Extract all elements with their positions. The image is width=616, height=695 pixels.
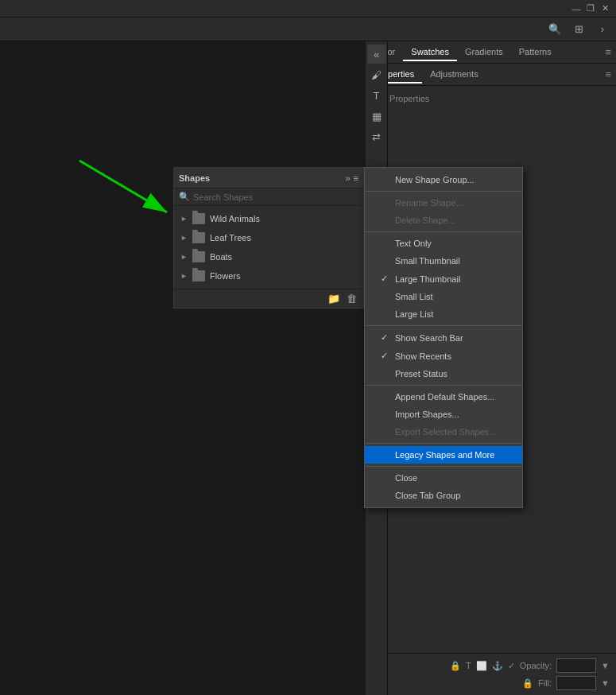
ctx-close[interactable]: Close bbox=[365, 469, 522, 487]
ctx-import-shapes[interactable]: Import Shapes... bbox=[365, 406, 522, 423]
separator bbox=[365, 466, 522, 467]
shapes-item-label: Boats bbox=[210, 252, 232, 262]
lock-icon: 🔒 bbox=[450, 661, 461, 671]
shapes-panel-footer: 📁 🗑 bbox=[174, 289, 363, 308]
svg-line-1 bbox=[79, 161, 167, 212]
no-properties-text: No Properties bbox=[366, 86, 616, 111]
shapes-list: ► Wild Animals ► Leaf Trees ► Boats ► bbox=[174, 206, 363, 289]
panel-tabs-menu-icon[interactable]: ≡ bbox=[605, 46, 616, 58]
context-menu: New Shape Group... Rename Shape... Delet… bbox=[364, 167, 523, 508]
separator bbox=[365, 191, 522, 192]
ctx-export-selected-shapes: Export Selected Shapes... bbox=[365, 423, 522, 441]
separator bbox=[365, 443, 522, 444]
shapes-item-label: Leaf Trees bbox=[210, 233, 251, 243]
tab-gradients[interactable]: Gradients bbox=[457, 44, 511, 61]
checkmark-icon: ✓ bbox=[381, 351, 392, 361]
panel-tabs-row1: Color Swatches Gradients Patterns ≡ bbox=[366, 41, 616, 64]
top-toolbar: 🔍 ⊞ › bbox=[0, 17, 616, 41]
shapes-panel: Shapes » ≡ 🔍 ► Wild Animals ► bbox=[173, 167, 364, 309]
text-icon: T bbox=[466, 661, 471, 670]
expand-icon[interactable]: › bbox=[594, 21, 611, 38]
tab-adjustments[interactable]: Adjustments bbox=[422, 66, 486, 83]
ctx-legacy-shapes[interactable]: Legacy Shapes and More bbox=[365, 446, 522, 464]
chevron-right-icon: ► bbox=[180, 272, 188, 280]
folder-icon bbox=[192, 270, 205, 281]
panel-tabs2-menu-icon[interactable]: ≡ bbox=[605, 68, 616, 80]
shapes-menu-icon[interactable]: ≡ bbox=[354, 173, 358, 183]
separator bbox=[365, 231, 522, 232]
shapes-header-icons: » ≡ bbox=[345, 173, 358, 183]
shapes-panel-header: Shapes » ≡ bbox=[174, 168, 363, 188]
list-item[interactable]: ► Flowers bbox=[174, 266, 363, 285]
green-arrow bbox=[64, 145, 191, 224]
shapes-panel-title: Shapes bbox=[179, 173, 210, 183]
ctx-text-only[interactable]: Text Only bbox=[365, 235, 522, 252]
tab-patterns[interactable]: Patterns bbox=[511, 44, 560, 61]
ctx-preset-status[interactable]: Preset Status bbox=[365, 365, 522, 382]
ctx-append-default-shapes[interactable]: Append Default Shapes... bbox=[365, 388, 522, 406]
panel-tabs-row2: Properties Adjustments ≡ bbox=[366, 64, 616, 86]
close-button[interactable]: ✕ bbox=[600, 4, 610, 14]
fill-row: 🔒 Fill: ▼ bbox=[373, 674, 610, 692]
text-tool-icon[interactable]: T bbox=[367, 86, 386, 105]
folder-icon bbox=[192, 213, 205, 224]
opacity-input[interactable] bbox=[556, 658, 596, 673]
fill-dropdown-icon[interactable]: ▼ bbox=[601, 678, 610, 688]
list-item[interactable]: ► Wild Animals bbox=[174, 209, 363, 228]
ctx-close-tab-group[interactable]: Close Tab Group bbox=[365, 487, 522, 504]
shapes-search-icon: 🔍 bbox=[179, 192, 190, 202]
checkmark-icon: ✓ bbox=[381, 274, 392, 284]
title-bar: — ❐ ✕ bbox=[0, 0, 616, 17]
shapes-search-bar: 🔍 bbox=[174, 188, 363, 206]
fill-label: Fill: bbox=[538, 678, 552, 688]
opacity-label: Opacity: bbox=[520, 661, 552, 670]
ctx-delete-shape: Delete Shape... bbox=[365, 212, 522, 229]
separator bbox=[365, 325, 522, 326]
layout-icon[interactable]: ⊞ bbox=[570, 21, 587, 38]
folder-new-icon[interactable]: 📁 bbox=[327, 293, 340, 305]
left-area: Shapes » ≡ 🔍 ► Wild Animals ► bbox=[0, 41, 366, 695]
chevron-right-icon: ► bbox=[180, 215, 188, 223]
panel-collapse-button[interactable]: « bbox=[367, 45, 386, 64]
opacity-row: 🔒 T ⬜ ⚓ ✓ Opacity: ▼ bbox=[373, 657, 610, 674]
shapes-item-label: Wild Animals bbox=[210, 214, 260, 223]
ctx-small-thumbnail[interactable]: Small Thumbnail bbox=[365, 252, 522, 270]
search-icon[interactable]: 🔍 bbox=[546, 21, 564, 38]
shapes-item-label: Flowers bbox=[210, 271, 241, 281]
restore-button[interactable]: ❐ bbox=[586, 4, 595, 14]
checkmark-icon: ✓ bbox=[381, 332, 392, 343]
lock2-icon: 🔒 bbox=[522, 678, 533, 689]
brush-tool-icon[interactable]: 🖌 bbox=[367, 65, 386, 84]
layers-icon[interactable]: ▦ bbox=[367, 107, 386, 126]
main-layout: Shapes » ≡ 🔍 ► Wild Animals ► bbox=[0, 41, 616, 695]
ctx-new-shape-group[interactable]: New Shape Group... bbox=[365, 171, 522, 188]
folder-icon bbox=[192, 232, 205, 243]
folder-icon bbox=[192, 251, 205, 262]
shapes-expand-icon[interactable]: » bbox=[345, 173, 350, 183]
trash-icon[interactable]: 🗑 bbox=[347, 293, 357, 305]
ctx-large-list[interactable]: Large List bbox=[365, 305, 522, 323]
ctx-small-list[interactable]: Small List bbox=[365, 288, 522, 305]
ctx-large-thumbnail[interactable]: ✓ Large Thumbnail bbox=[365, 270, 522, 288]
list-item[interactable]: ► Boats bbox=[174, 247, 363, 266]
swap-icon[interactable]: ⇄ bbox=[367, 127, 386, 146]
ctx-show-search-bar[interactable]: ✓ Show Search Bar bbox=[365, 328, 522, 347]
list-item[interactable]: ► Leaf Trees bbox=[174, 228, 363, 247]
bottom-props: 🔒 T ⬜ ⚓ ✓ Opacity: ▼ 🔒 Fill: ▼ bbox=[366, 653, 616, 695]
ctx-rename-shape: Rename Shape... bbox=[365, 194, 522, 212]
fill-input[interactable] bbox=[556, 676, 596, 690]
ctx-show-recents[interactable]: ✓ Show Recents bbox=[365, 347, 522, 365]
dropdown-icon[interactable]: ▼ bbox=[601, 661, 610, 670]
resize-icon: ⬜ bbox=[476, 661, 487, 671]
search-input[interactable] bbox=[193, 192, 358, 202]
separator bbox=[365, 385, 522, 386]
chevron-right-icon: ► bbox=[180, 234, 188, 242]
chevron-right-icon: ► bbox=[180, 253, 188, 261]
anchor-icon: ⚓ bbox=[492, 661, 503, 671]
check2-icon: ✓ bbox=[508, 661, 515, 671]
minimize-button[interactable]: — bbox=[571, 4, 581, 14]
tab-swatches[interactable]: Swatches bbox=[403, 44, 457, 61]
